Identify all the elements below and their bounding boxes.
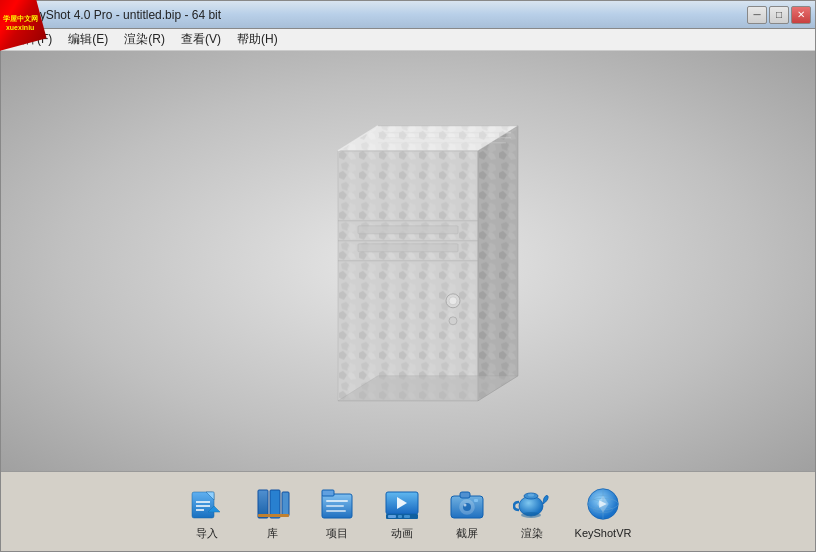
svg-rect-53	[460, 492, 470, 498]
animation-icon	[382, 483, 422, 523]
keyshotvr-icon	[583, 484, 623, 524]
svg-rect-49	[388, 515, 396, 518]
toolbar-label-animation: 动画	[391, 526, 413, 541]
svg-rect-24	[358, 226, 458, 234]
svg-marker-16	[478, 126, 518, 401]
svg-point-22	[449, 297, 457, 305]
screenshot-icon	[447, 483, 487, 523]
svg-rect-44	[326, 505, 344, 507]
svg-rect-57	[474, 499, 478, 502]
svg-point-60	[528, 493, 534, 496]
titlebar-left: KeyShot 4.0 Pro - untitled.bip - 64 bit	[5, 7, 221, 23]
menu-view[interactable]: 查看(V)	[173, 29, 229, 50]
svg-point-61	[521, 512, 541, 518]
toolbar-item-import[interactable]: 导入	[185, 483, 230, 541]
svg-rect-40	[258, 514, 289, 517]
titlebar-title: KeyShot 4.0 Pro - untitled.bip - 64 bit	[25, 8, 221, 22]
svg-rect-43	[326, 500, 348, 502]
tower-model	[278, 81, 538, 421]
svg-rect-50	[398, 515, 402, 518]
project-icon	[317, 483, 357, 523]
menu-edit[interactable]: 编辑(E)	[60, 29, 116, 50]
titlebar-controls: ─ □ ✕	[747, 6, 811, 24]
svg-point-56	[464, 503, 467, 506]
render-icon	[512, 483, 552, 523]
import-icon	[187, 483, 227, 523]
menubar: 文件(F) 编辑(E) 渲染(R) 查看(V) 帮助(H)	[1, 29, 815, 51]
titlebar: KeyShot 4.0 Pro - untitled.bip - 64 bit …	[1, 1, 815, 29]
menu-help[interactable]: 帮助(H)	[229, 29, 286, 50]
toolbar-item-animation[interactable]: 动画	[380, 483, 425, 541]
toolbar-item-render[interactable]: 渲染	[510, 483, 555, 541]
toolbar-item-keyshotvr[interactable]: KeyShotVR	[575, 484, 632, 539]
toolbar-item-library[interactable]: 库	[250, 483, 295, 541]
svg-rect-37	[258, 490, 268, 518]
svg-marker-15	[338, 151, 478, 401]
svg-rect-42	[322, 490, 334, 496]
svg-rect-51	[404, 515, 410, 518]
toolbar-item-screenshot[interactable]: 截屏	[445, 483, 490, 541]
toolbar-label-render: 渲染	[521, 526, 543, 541]
svg-rect-39	[282, 492, 289, 516]
menu-file[interactable]: 文件(F)	[5, 29, 60, 50]
svg-rect-25	[358, 244, 458, 252]
toolbar-item-project[interactable]: 项目	[315, 483, 360, 541]
svg-rect-38	[270, 490, 280, 518]
toolbar-label-import: 导入	[196, 526, 218, 541]
toolbar-label-project: 项目	[326, 526, 348, 541]
main-window: 学屋中文网xuexiniu KeyShot 4.0 Pro - untitled…	[0, 0, 816, 552]
toolbar-label-library: 库	[267, 526, 278, 541]
svg-rect-45	[326, 510, 346, 512]
library-icon	[252, 483, 292, 523]
svg-point-23	[449, 317, 457, 325]
toolbar-label-screenshot: 截屏	[456, 526, 478, 541]
toolbar-label-keyshotvr: KeyShotVR	[575, 527, 632, 539]
menu-render[interactable]: 渲染(R)	[116, 29, 173, 50]
minimize-button[interactable]: ─	[747, 6, 767, 24]
maximize-button[interactable]: □	[769, 6, 789, 24]
app-icon	[5, 7, 21, 23]
viewport[interactable]	[1, 51, 815, 471]
toolbar: 导入 库	[1, 471, 815, 551]
close-button[interactable]: ✕	[791, 6, 811, 24]
model-container	[278, 81, 538, 421]
